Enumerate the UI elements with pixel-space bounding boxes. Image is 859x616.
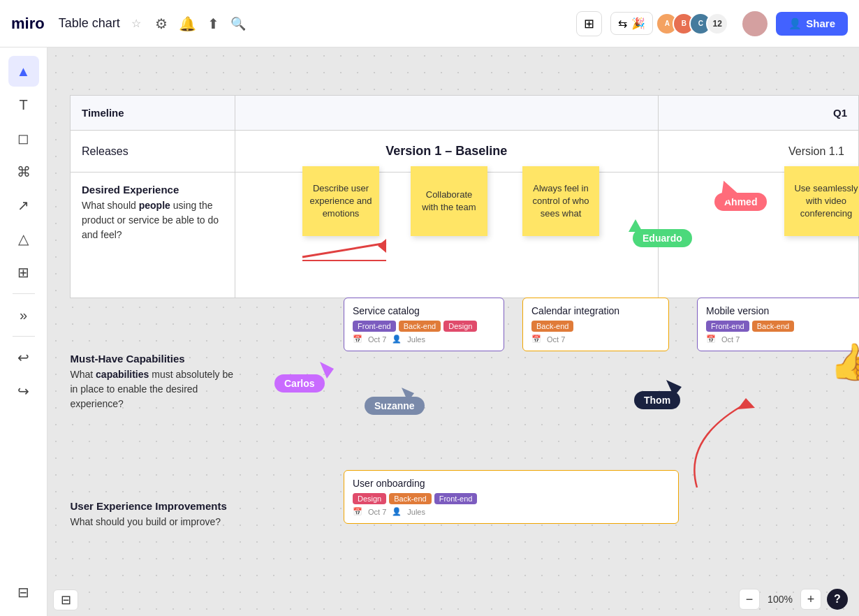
card-service-catalog[interactable]: Service catalog Front-end Back-end Desig…	[344, 298, 504, 351]
header-right: ⊞ ⇆ 🎉 A B C 12 👤 Share	[576, 11, 848, 36]
sidebar-item-arrow[interactable]: ↗	[8, 190, 39, 221]
sidebar-item-board[interactable]: ⊟	[8, 577, 39, 608]
user-icon: 👤	[392, 335, 402, 344]
header: miro Table chart ☆ ⚙ 🔔 ⬆ 🔍 ⊞ ⇆ 🎉 A B C 1…	[0, 0, 859, 47]
card-mobile-title: Mobile version	[706, 305, 859, 316]
tag-frontend-onb: Front-end	[434, 493, 478, 504]
search-icon[interactable]: 🔍	[230, 16, 246, 31]
cursor-carlos: Carlos	[274, 374, 325, 393]
board-title[interactable]: Table chart	[59, 16, 120, 31]
board-icon: ⊟	[17, 584, 29, 601]
sticky-note-describe[interactable]: Describe user experience and emotions	[302, 166, 379, 236]
sticky-icon: ◻	[17, 130, 29, 147]
sidebar-divider-2	[13, 336, 35, 337]
help-button[interactable]: ?	[827, 589, 848, 610]
cursor-eduardo: Eduardo	[633, 229, 692, 247]
user-icon-onb: 👤	[392, 507, 402, 516]
calendar-icon-mob: 📅	[706, 335, 716, 344]
card-onboarding-title: User onboarding	[353, 478, 670, 489]
favorite-star-icon[interactable]: ☆	[131, 17, 141, 30]
must-have-desc: What capabilities must absolutely be in …	[71, 367, 235, 411]
desired-experience-desc: What should people using the product or …	[82, 198, 223, 242]
sidebar-item-connect[interactable]: ⌘	[8, 156, 39, 187]
apps-button[interactable]: ⊞	[576, 11, 602, 36]
settings-icon[interactable]: ⚙	[155, 15, 168, 32]
connect-icon: ⌘	[17, 163, 31, 180]
card-calendar-meta: 📅 Oct 7	[531, 335, 660, 344]
zoom-out-button[interactable]: −	[739, 589, 760, 610]
notifications-icon[interactable]: 🔔	[179, 15, 196, 32]
logo: miro	[11, 15, 45, 33]
sidebar-item-sticky[interactable]: ◻	[8, 123, 39, 154]
col-header-timeline: Timeline	[71, 96, 235, 131]
must-have-cell: Must-Have Capabilities What capabilities…	[71, 298, 235, 466]
tag-backend-onb: Back-end	[389, 493, 431, 504]
card-calendar-title: Calendar integration	[531, 305, 660, 316]
tag-design: Design	[443, 321, 477, 332]
cursor-icon: ▲	[17, 64, 31, 80]
card-service-catalog-tags: Front-end Back-end Design	[353, 321, 495, 332]
desired-experience-title: Desired Experience	[82, 184, 223, 196]
board-view-icon: ⊟	[61, 592, 71, 608]
ux-desc: What should you build or improve?	[71, 515, 235, 529]
left-sidebar: ▲ T ◻ ⌘ ↗ △ ⊞ » ↩ ↪ ⊟	[0, 47, 47, 616]
sidebar-item-redo[interactable]: ↪	[8, 376, 39, 406]
sticky-note-seamless[interactable]: Use seamlessly with video conferencing	[784, 166, 859, 236]
cursor-ahmed: Ahmed	[714, 193, 767, 211]
cursor-suzanne: Suzanne	[365, 397, 425, 415]
col-header-q1: Q1	[658, 96, 858, 131]
filter-icon[interactable]: ⇆	[618, 17, 627, 30]
share-button[interactable]: 👤 Share	[776, 12, 848, 36]
col-header-v1	[235, 96, 659, 131]
tag-backend-mob: Back-end	[752, 321, 794, 332]
ux-title: User Experience Improvements	[71, 500, 235, 512]
zoom-level: 100%	[765, 594, 795, 605]
card-mobile-tags: Front-end Back-end	[706, 321, 859, 332]
cursor-thom: Thom	[634, 391, 680, 409]
ux-v11-cell	[658, 466, 858, 564]
sidebar-item-text[interactable]: T	[8, 89, 39, 120]
avatar-count[interactable]: 12	[706, 13, 728, 35]
text-icon: T	[19, 97, 27, 113]
sidebar-item-undo[interactable]: ↩	[8, 342, 39, 373]
user-avatar[interactable]	[742, 11, 768, 36]
card-calendar-integration[interactable]: Calendar integration Back-end 📅 Oct 7	[522, 298, 669, 351]
card-service-catalog-meta: 📅 Oct 7 👤 Jules	[353, 335, 495, 344]
ux-improvements-cell: User Experience Improvements What should…	[71, 466, 235, 564]
sticky-note-collaborate[interactable]: Collaborate with the team	[411, 166, 487, 236]
share-icon: 👤	[788, 17, 802, 30]
more-icon: »	[20, 307, 27, 323]
share-upload-icon[interactable]: ⬆	[207, 15, 219, 32]
sidebar-divider-1	[13, 293, 35, 294]
collaborators-avatars: A B C 12	[661, 13, 728, 35]
undo-icon: ↩	[17, 349, 29, 366]
calendar-icon-cal: 📅	[531, 335, 541, 344]
celebrate-icon[interactable]: 🎉	[631, 17, 645, 30]
table-header: Timeline Q1	[71, 96, 859, 131]
tag-frontend-mob: Front-end	[706, 321, 749, 332]
shape-icon: △	[18, 230, 29, 247]
card-calendar-tags: Back-end	[531, 321, 660, 332]
sidebar-item-cursor[interactable]: ▲	[8, 56, 39, 87]
sidebar-item-frame[interactable]: ⊞	[8, 257, 39, 288]
sidebar-item-shape[interactable]: △	[8, 223, 39, 254]
header-toolbar: ⚙ 🔔 ⬆ 🔍	[155, 15, 246, 32]
card-service-catalog-title: Service catalog	[353, 305, 495, 316]
tag-design-onb: Design	[353, 493, 386, 504]
desired-experience-cell: Desired Experience What should people us…	[71, 173, 235, 298]
arrow-icon: ↗	[17, 197, 29, 214]
sidebar-item-more[interactable]: »	[8, 300, 39, 330]
releases-label: Releases	[71, 131, 235, 173]
card-onboarding-meta: 📅 Oct 7 👤 Jules	[353, 507, 670, 516]
sticky-note-control[interactable]: Always feel in control of who sees what	[522, 166, 599, 236]
redo-icon: ↪	[17, 383, 29, 399]
canvas-area: Timeline Q1 Releases Version 1 – Baselin…	[47, 47, 859, 616]
board-view-button[interactable]: ⊟	[53, 589, 78, 610]
card-onboarding-tags: Design Back-end Front-end	[353, 493, 670, 504]
tag-backend: Back-end	[399, 321, 441, 332]
tag-backend-cal: Back-end	[531, 321, 573, 332]
calendar-icon: 📅	[353, 335, 362, 344]
zoom-in-button[interactable]: +	[800, 589, 821, 610]
frame-icon: ⊞	[17, 264, 29, 281]
card-user-onboarding[interactable]: User onboarding Design Back-end Front-en…	[344, 470, 679, 524]
